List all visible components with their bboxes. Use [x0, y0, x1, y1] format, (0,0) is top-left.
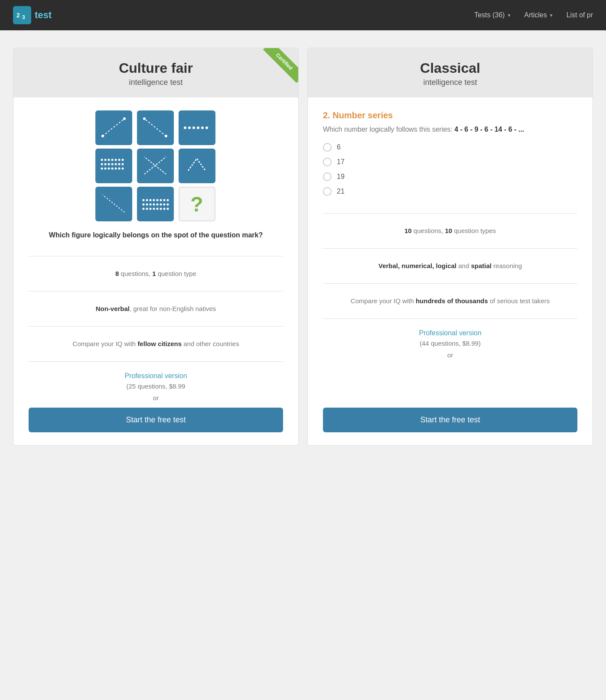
svg-point-15 — [101, 159, 103, 161]
pro-details-left: (25 questions, $8.99 — [29, 382, 283, 392]
radio-option-6[interactable]: 6 — [323, 143, 577, 152]
start-free-test-left[interactable]: Start the free test — [29, 408, 283, 432]
svg-point-26 — [115, 163, 117, 165]
svg-point-62 — [167, 208, 169, 210]
svg-point-35 — [122, 168, 124, 170]
svg-point-9 — [184, 126, 186, 129]
professional-link-left[interactable]: Professional version — [29, 369, 283, 382]
questions-info-right: 10 questions, 10 question types — [323, 220, 577, 241]
matrix-cell-8 — [137, 187, 174, 221]
reasoning-bold-1: Verbal, numerical, logical — [378, 262, 456, 269]
svg-point-28 — [122, 163, 124, 165]
header: 2 3 test Tests (36) ▼ Articles ▼ List of… — [0, 0, 606, 30]
hundreds-bold: hundreds of thousands — [416, 297, 488, 305]
svg-point-8 — [143, 117, 146, 120]
card-classical-header: Classical intelligence test — [308, 48, 593, 97]
nav-list[interactable]: List of pr — [567, 11, 593, 19]
nonverbal-info: Non-verbal, great for non-English native… — [29, 298, 283, 319]
radio-options: 6 17 19 21 — [323, 143, 577, 196]
radio-circle-17[interactable] — [323, 158, 332, 166]
divider-1 — [29, 256, 283, 256]
svg-point-45 — [163, 199, 166, 201]
svg-point-12 — [197, 126, 199, 129]
divider-right-3 — [323, 283, 577, 284]
svg-point-46 — [167, 199, 169, 201]
radio-option-21[interactable]: 21 — [323, 187, 577, 196]
chevron-down-icon: ▼ — [549, 13, 554, 18]
or-text-right: or — [323, 350, 577, 365]
svg-point-61 — [163, 208, 166, 210]
svg-point-60 — [160, 208, 162, 210]
nonverbal-bold: Non-verbal — [96, 305, 130, 312]
question-number: 2. Number series — [323, 110, 577, 120]
divider-right-1 — [323, 213, 577, 214]
svg-point-33 — [115, 168, 117, 170]
radio-option-19[interactable]: 19 — [323, 172, 577, 181]
questions-count-bold-1: 8 — [115, 270, 119, 277]
series-text: 4 - 6 - 9 - 6 - 14 - 6 - ... — [454, 126, 524, 133]
svg-line-6 — [144, 119, 166, 136]
chevron-down-icon: ▼ — [507, 13, 511, 18]
radio-option-17[interactable]: 17 — [323, 158, 577, 166]
card-classical-body: 2. Number series Which number logically … — [308, 97, 593, 445]
classical-title: Classical — [316, 60, 584, 76]
logo-cube[interactable]: 2 3 — [13, 6, 31, 24]
matrix-cell-3 — [179, 110, 215, 145]
svg-point-17 — [108, 159, 110, 161]
logo-text: test — [35, 10, 52, 21]
svg-line-3 — [103, 119, 124, 136]
fellow-citizens-bold: fellow citizens — [137, 340, 182, 347]
svg-point-22 — [101, 163, 103, 165]
radio-circle-21[interactable] — [323, 187, 332, 196]
card-classical: Classical intelligence test 2. Number se… — [307, 48, 593, 446]
card-culture-fair: Culture fair intelligence test Certified — [13, 48, 299, 446]
svg-point-39 — [143, 199, 145, 201]
svg-point-23 — [104, 163, 107, 165]
start-free-test-right[interactable]: Start the free test — [323, 408, 577, 432]
divider-4 — [29, 361, 283, 362]
svg-text:2: 2 — [16, 12, 20, 19]
q-count-bold-1: 10 — [404, 227, 412, 234]
svg-point-16 — [104, 159, 107, 161]
nav-articles[interactable]: Articles ▼ — [524, 11, 553, 19]
reasoning-info: Verbal, numerical, logical and spatial r… — [323, 256, 577, 276]
professional-link-right[interactable]: Professional version — [323, 326, 577, 339]
svg-point-50 — [153, 204, 155, 206]
questions-count-bold-2: 1 — [152, 270, 156, 277]
radio-circle-19[interactable] — [323, 172, 332, 181]
pro-details-right: (44 questions, $8.99) — [323, 339, 577, 350]
svg-point-54 — [167, 204, 169, 206]
q-count-bold-2: 10 — [445, 227, 452, 234]
card-culture-fair-body: ? Which figure logically belongs on the … — [13, 97, 298, 445]
reasoning-bold-2: spatial — [471, 262, 492, 269]
matrix-cell-4 — [95, 149, 132, 183]
nav-tests[interactable]: Tests (36) ▼ — [474, 11, 511, 19]
svg-point-24 — [108, 163, 110, 165]
svg-point-27 — [118, 163, 121, 165]
svg-point-41 — [150, 199, 152, 201]
svg-point-7 — [165, 135, 167, 137]
matrix-cell-2 — [137, 110, 174, 145]
svg-point-32 — [111, 168, 114, 170]
svg-point-4 — [101, 135, 104, 137]
svg-point-30 — [104, 168, 107, 170]
svg-point-14 — [205, 126, 208, 129]
divider-right-4 — [323, 318, 577, 319]
classical-subtitle: intelligence test — [316, 78, 584, 87]
question-mark-icon: ? — [190, 192, 203, 216]
main-content: Culture fair intelligence test Certified — [0, 30, 606, 463]
matrix-cell-5 — [137, 149, 174, 183]
matrix-cell-6 — [179, 149, 215, 183]
main-nav: Tests (36) ▼ Articles ▼ List of pr — [474, 11, 593, 19]
compare-info-right: Compare your IQ with hundreds of thousan… — [323, 291, 577, 311]
compare-info-left: Compare your IQ with fellow citizens and… — [29, 334, 283, 354]
svg-point-29 — [101, 168, 103, 170]
matrix-cell-7 — [95, 187, 132, 221]
svg-point-52 — [160, 204, 162, 206]
matrix-cell-question: ? — [179, 187, 215, 221]
radio-circle-6[interactable] — [323, 143, 332, 152]
svg-text:3: 3 — [22, 14, 25, 20]
svg-point-13 — [201, 126, 204, 129]
svg-point-55 — [143, 208, 145, 210]
svg-point-19 — [115, 159, 117, 161]
